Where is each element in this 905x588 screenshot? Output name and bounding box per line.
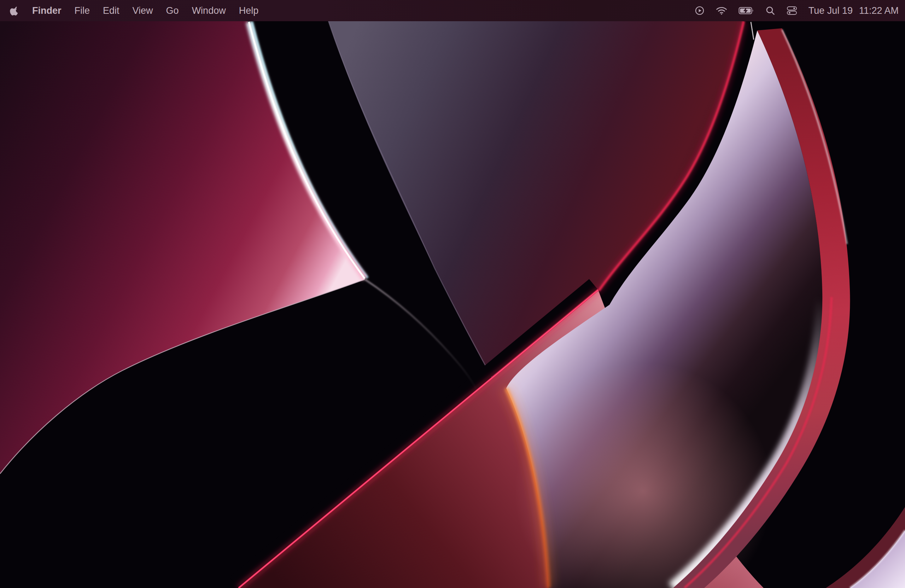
menu-bar-clock[interactable]: Tue Jul 19 11:22 AM bbox=[808, 5, 899, 16]
menu-item-help[interactable]: Help bbox=[239, 5, 259, 16]
menu-item-go[interactable]: Go bbox=[166, 5, 179, 16]
menu-item-view[interactable]: View bbox=[133, 5, 153, 16]
clock-time: 11:22 AM bbox=[859, 5, 899, 16]
wifi-icon[interactable] bbox=[716, 6, 727, 15]
menu-item-finder[interactable]: Finder bbox=[32, 5, 62, 16]
menu-bar-left: Finder File Edit View Go Window Help bbox=[0, 5, 259, 16]
control-center-icon[interactable] bbox=[787, 6, 797, 15]
menu-bar-status: Tue Jul 19 11:22 AM bbox=[695, 5, 905, 16]
menu-item-file[interactable]: File bbox=[75, 5, 90, 16]
clock-date: Tue Jul 19 bbox=[808, 5, 853, 16]
desktop-wallpaper bbox=[0, 0, 905, 588]
now-playing-icon[interactable] bbox=[695, 6, 705, 16]
menu-bar: Finder File Edit View Go Window Help bbox=[0, 0, 905, 21]
menu-item-edit[interactable]: Edit bbox=[103, 5, 119, 16]
battery-charging-icon[interactable] bbox=[738, 6, 754, 15]
menu-item-window[interactable]: Window bbox=[192, 5, 226, 16]
spotlight-search-icon[interactable] bbox=[765, 6, 775, 16]
desktop: Finder File Edit View Go Window Help bbox=[0, 0, 905, 588]
apple-logo-icon[interactable] bbox=[10, 5, 19, 16]
